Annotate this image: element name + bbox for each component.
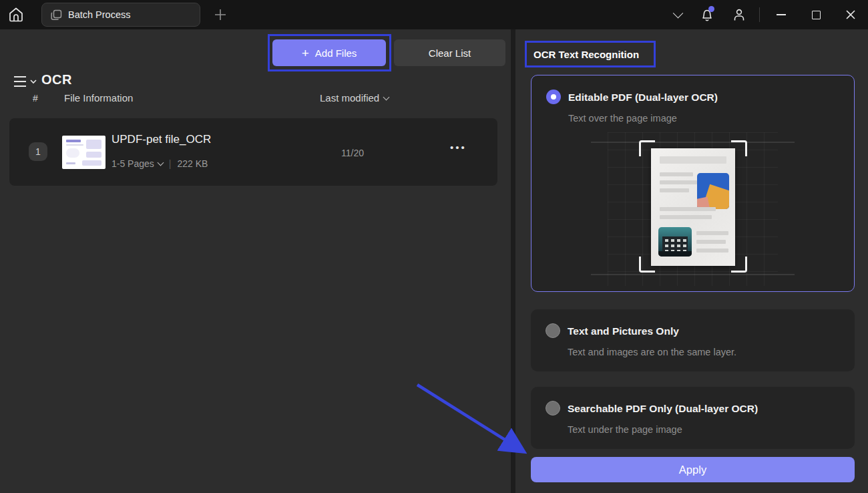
new-tab-button[interactable]	[212, 7, 228, 23]
option-desc: Text over the page image	[568, 113, 677, 124]
home-button[interactable]	[7, 5, 27, 24]
pages-chevron-icon	[157, 160, 164, 166]
column-header-last-modified[interactable]: Last modified	[320, 92, 389, 104]
minimize-button[interactable]	[764, 0, 799, 29]
option-label: Text and Pictures Only	[568, 325, 679, 337]
option-text-pictures-only[interactable]: Text and Pictures Only Text and images a…	[531, 309, 855, 371]
add-files-label: Add Files	[315, 47, 357, 59]
ocr-settings-panel: OCR Text Recognition Editable PDF (Dual-…	[515, 29, 868, 493]
row-index-badge: 1	[29, 142, 47, 161]
file-modified-date: 11/20	[341, 148, 364, 158]
home-icon	[7, 5, 25, 24]
last-modified-label: Last modified	[320, 92, 379, 104]
scan-illustration	[608, 132, 778, 286]
tab-batch-process[interactable]: Batch Process	[41, 3, 200, 27]
dropdown-chevron-button[interactable]	[664, 0, 691, 29]
batch-icon	[51, 9, 62, 21]
scan-guide-line	[591, 274, 795, 275]
plus-icon: +	[302, 47, 309, 59]
add-files-button[interactable]: + Add Files	[272, 39, 386, 66]
apply-button[interactable]: Apply	[531, 457, 855, 482]
column-header-index: #	[33, 93, 38, 104]
file-row[interactable]: 1 UPDF-pet file_OCR 1-5 Pages | 222 KB 1…	[9, 118, 497, 186]
photo-illustration	[697, 173, 729, 209]
titlebar-divider	[759, 7, 760, 22]
panel-title: OCR Text Recognition	[533, 49, 639, 60]
titlebar: Batch Process	[0, 0, 868, 29]
radio-unselected-icon[interactable]	[546, 401, 560, 416]
pages-dropdown[interactable]: 1-5 Pages	[112, 158, 163, 169]
meta-separator: |	[169, 158, 172, 169]
scan-bracket-icon	[639, 257, 655, 273]
scan-bracket-icon	[639, 140, 655, 156]
hamburger-chevron-icon	[12, 73, 37, 90]
person-icon	[731, 7, 747, 23]
file-name: UPDF-pet file_OCR	[112, 133, 211, 146]
ocr-title-highlight-box: OCR Text Recognition	[525, 41, 656, 67]
option-desc: Text and images are on the same layer.	[568, 347, 736, 357]
page-title: OCR	[41, 72, 72, 88]
account-button[interactable]	[723, 0, 755, 29]
file-thumbnail	[62, 136, 105, 169]
panel-divider	[511, 29, 515, 493]
maximize-icon	[812, 11, 821, 19]
file-meta: 1-5 Pages | 222 KB	[112, 158, 208, 169]
option-label: Searchable PDF Only (Dual-layer OCR)	[568, 403, 758, 415]
chevron-down-icon	[672, 7, 683, 18]
option-desc: Text under the page image	[568, 424, 682, 435]
radio-unselected-icon[interactable]	[546, 323, 560, 338]
scan-bracket-icon	[731, 140, 747, 156]
plus-icon	[212, 7, 228, 23]
minimize-icon	[777, 14, 786, 15]
maximize-button[interactable]	[799, 0, 833, 29]
close-icon	[845, 9, 856, 20]
sort-chevron-icon	[383, 94, 390, 100]
titlebar-controls	[664, 0, 868, 29]
document-illustration	[651, 148, 735, 266]
notification-dot	[708, 6, 714, 12]
column-header-file-information: File Information	[64, 92, 133, 104]
radio-selected-icon[interactable]	[546, 90, 561, 104]
file-size: 222 KB	[177, 158, 208, 169]
option-label: Editable PDF (Dual-layer OCR)	[568, 92, 718, 104]
option-searchable-pdf[interactable]: Searchable PDF Only (Dual-layer OCR) Tex…	[531, 387, 855, 449]
tab-label: Batch Process	[68, 9, 131, 20]
row-more-button[interactable]: •••	[450, 142, 467, 153]
option-editable-pdf[interactable]: Editable PDF (Dual-layer OCR) Text over …	[531, 75, 855, 292]
clear-list-button[interactable]: Clear List	[394, 39, 505, 66]
close-button[interactable]	[833, 0, 868, 29]
scan-guide-line	[591, 142, 795, 143]
file-list-panel: OCR + Add Files Clear List # File Inform…	[0, 29, 511, 493]
menu-button[interactable]	[12, 73, 37, 90]
pages-label: 1-5 Pages	[112, 158, 154, 169]
building-illustration	[658, 227, 692, 257]
notifications-button[interactable]	[691, 0, 723, 29]
scan-bracket-icon	[731, 257, 747, 273]
